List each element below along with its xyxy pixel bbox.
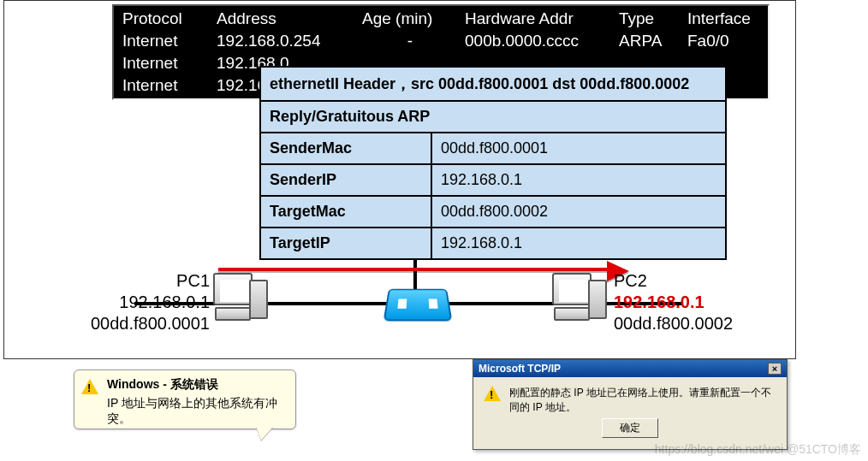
- pc1-mac: 00dd.f800.0001: [56, 313, 210, 334]
- pc2-ip-conflict: 192.168.0.1: [614, 292, 776, 313]
- ethernet-header: ethernetII Header，src 00dd.f800.0001 dst…: [261, 68, 725, 100]
- arp-packet-panel: ethernetII Header，src 00dd.f800.0001 dst…: [259, 66, 727, 260]
- switch-icon: [383, 289, 453, 322]
- label-sendermac: SenderMac: [261, 133, 432, 163]
- col-protocol: Protocol: [119, 8, 213, 30]
- watermark: https://blog.csdn.net/wei @51CTO博客: [655, 442, 861, 458]
- warning-icon: [484, 386, 501, 401]
- label-senderip: SenderIP: [261, 165, 432, 195]
- label-targetip: TargetIP: [261, 228, 432, 258]
- windows-error-balloon[interactable]: Windows - 系统错误 IP 地址与网络上的其他系统有冲突。: [74, 369, 296, 429]
- col-address: Address: [213, 8, 359, 30]
- balloon-title: Windows - 系统错误: [107, 377, 287, 393]
- pc1-icon: [213, 273, 268, 322]
- warning-icon: [81, 379, 98, 394]
- pc2-name: PC2: [614, 270, 776, 292]
- pc2-mac: 00dd.f800.0002: [614, 313, 776, 334]
- dialog-body: 刚配置的静态 IP 地址已在网络上使用。请重新配置一个不同的 IP 地址。: [509, 386, 776, 415]
- arp-row: Internet 192.168.0.254 - 000b.0000.cccc …: [119, 30, 763, 52]
- arp-type: Reply/Gratuitous ARP: [261, 102, 438, 132]
- pc1-name: PC1: [56, 270, 210, 292]
- tcpip-dialog: Microsoft TCP/IP × 刚配置的静态 IP 地址已在网络上使用。请…: [473, 359, 788, 450]
- diagram-canvas: Protocol Address Age (min) Hardware Addr…: [3, 0, 796, 359]
- pc1-ip: 192.168.0.1: [56, 292, 210, 313]
- value-sendermac: 00dd.f800.0001: [432, 133, 556, 163]
- dialog-title: Microsoft TCP/IP: [479, 363, 561, 375]
- col-type: Type: [615, 8, 684, 30]
- value-senderip: 192.168.0.1: [432, 165, 531, 195]
- pc2-labels: PC2 192.168.0.1 00dd.f800.0002: [614, 270, 776, 334]
- value-targetip: 192.168.0.1: [432, 228, 531, 258]
- label-targetmac: TargetMac: [261, 197, 432, 227]
- pc1-labels: PC1 192.168.0.1 00dd.f800.0001: [56, 270, 210, 334]
- ok-button[interactable]: 确定: [602, 418, 658, 438]
- col-hwaddr: Hardware Addr: [461, 8, 615, 30]
- balloon-body: IP 地址与网络上的其他系统有冲突。: [107, 396, 287, 427]
- dialog-titlebar[interactable]: Microsoft TCP/IP ×: [473, 360, 787, 377]
- value-targetmac: 00dd.f800.0002: [432, 197, 556, 227]
- close-button[interactable]: ×: [768, 363, 782, 375]
- pc2-icon: [552, 273, 607, 322]
- col-iface: Interface: [684, 8, 763, 30]
- col-age: Age (min): [359, 8, 461, 30]
- arp-header-row: Protocol Address Age (min) Hardware Addr…: [119, 8, 763, 30]
